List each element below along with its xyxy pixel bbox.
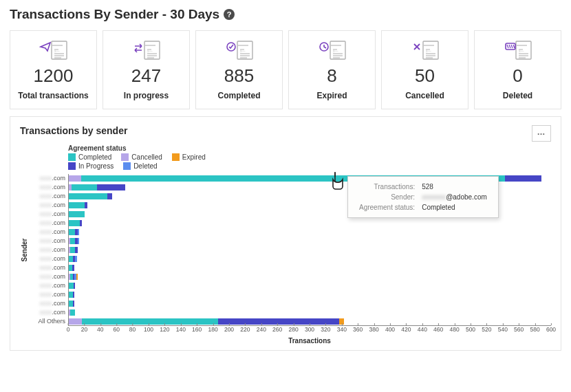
bar-segment-in-progress[interactable] bbox=[505, 175, 541, 182]
y-category: xxxx.com bbox=[30, 210, 68, 219]
bar-segment-completed[interactable] bbox=[69, 193, 107, 199]
y-categories: xxxx.comxxxx.comxxxx.comxxxx.comxxxx.com… bbox=[30, 174, 68, 326]
bar-segment-completed[interactable] bbox=[69, 229, 75, 235]
legend-item-expired[interactable]: Expired bbox=[172, 153, 206, 161]
bar-row[interactable] bbox=[69, 228, 551, 237]
x-tick: 600 bbox=[546, 326, 556, 333]
panel-more-button[interactable]: … bbox=[532, 125, 551, 142]
card-total-transactions[interactable]: x—1200Total transactions bbox=[10, 30, 97, 109]
card-expired[interactable]: x—8Expired bbox=[288, 30, 376, 109]
legend-item-in-progress[interactable]: In Progress bbox=[68, 162, 114, 170]
x-tick: 0 bbox=[67, 326, 70, 333]
bar-segment-in-progress[interactable] bbox=[80, 220, 81, 226]
bar-segment-completed[interactable] bbox=[82, 318, 219, 325]
x-tick: 200 bbox=[224, 326, 234, 333]
bar-segment-cancelled[interactable] bbox=[69, 318, 82, 325]
y-axis-label: Sender bbox=[20, 174, 30, 326]
svg-text:x—: x— bbox=[519, 49, 524, 53]
expired-icon: x— bbox=[316, 38, 348, 61]
bar-segment-completed[interactable] bbox=[70, 309, 75, 316]
x-tick: 380 bbox=[369, 326, 379, 333]
bar-segment-completed[interactable] bbox=[69, 211, 85, 217]
x-tick: 500 bbox=[466, 326, 475, 333]
legend-item-cancelled[interactable]: Cancelled bbox=[121, 153, 162, 161]
bar-row[interactable] bbox=[69, 272, 551, 281]
bar-row[interactable] bbox=[69, 308, 551, 317]
bar-segment-completed[interactable] bbox=[69, 202, 85, 208]
bar-segment-in-progress[interactable] bbox=[85, 202, 87, 208]
card-label: Expired bbox=[316, 91, 347, 100]
legend-item-deleted[interactable]: Deleted bbox=[123, 162, 157, 170]
svg-text:x—: x— bbox=[54, 49, 60, 53]
card-label: Deleted bbox=[503, 91, 532, 100]
bar-segment-deleted[interactable] bbox=[78, 229, 79, 235]
bar-row[interactable] bbox=[69, 254, 551, 263]
legend: Agreement status CompletedCancelledExpir… bbox=[68, 144, 551, 170]
x-tick: 460 bbox=[433, 326, 443, 333]
bar-segment-deleted[interactable] bbox=[78, 238, 79, 244]
card-value: 247 bbox=[131, 65, 161, 87]
x-tick: 160 bbox=[192, 326, 202, 333]
summary-cards: x—1200Total transactionsx—247In progress… bbox=[10, 30, 561, 109]
legend-items: CompletedCancelledExpiredIn ProgressDele… bbox=[68, 153, 551, 170]
chart-panel: Transactions by sender … Agreement statu… bbox=[10, 116, 561, 351]
bar-row[interactable] bbox=[69, 263, 551, 272]
card-cancelled[interactable]: x—50Cancelled bbox=[381, 30, 468, 109]
bar-segment-deleted[interactable] bbox=[75, 256, 76, 262]
bar-segment-completed[interactable] bbox=[72, 184, 97, 190]
bar-segment-cancelled[interactable] bbox=[69, 175, 81, 182]
x-tick: 80 bbox=[129, 326, 136, 333]
x-tick: 240 bbox=[257, 326, 266, 333]
bar-segment-in-progress[interactable] bbox=[72, 265, 75, 271]
legend-swatch bbox=[172, 153, 180, 161]
bar-segment-completed[interactable] bbox=[70, 238, 75, 244]
completed-icon: x— bbox=[224, 38, 255, 61]
x-tick: 560 bbox=[514, 326, 524, 333]
y-category: xxxx.com bbox=[30, 228, 68, 237]
bar-row[interactable] bbox=[69, 219, 551, 228]
bar-segment-completed[interactable] bbox=[69, 283, 74, 289]
bar-segment-in-progress[interactable] bbox=[107, 193, 112, 199]
card-completed[interactable]: x—885Completed bbox=[195, 30, 283, 109]
x-tick: 440 bbox=[418, 326, 427, 333]
y-category: xxxx.com bbox=[30, 192, 68, 201]
y-category: xxxx.com bbox=[30, 201, 68, 210]
card-label: Cancelled bbox=[405, 91, 444, 100]
x-tick: 140 bbox=[176, 326, 186, 333]
help-icon[interactable]: ? bbox=[224, 9, 235, 20]
x-tick: 520 bbox=[482, 326, 491, 333]
bar-row[interactable] bbox=[69, 237, 551, 246]
bar-segment-expired[interactable] bbox=[76, 274, 78, 280]
x-tick: 420 bbox=[401, 326, 411, 333]
x-axis: 0204060801001201401601802002202402602803… bbox=[68, 326, 551, 336]
bar-segment-completed[interactable] bbox=[70, 247, 75, 253]
x-tick: 260 bbox=[272, 326, 282, 333]
bar-row[interactable] bbox=[69, 281, 551, 290]
card-label: In progress bbox=[124, 91, 169, 100]
plot-area: Transactions:528 Sender:xxxxxxx@adobe.co… bbox=[68, 174, 551, 326]
bar-segment-in-progress[interactable] bbox=[73, 292, 74, 298]
bar-row[interactable] bbox=[69, 299, 551, 308]
card-deleted[interactable]: x—0Deleted bbox=[474, 30, 561, 109]
bar-segment-completed[interactable] bbox=[69, 220, 80, 226]
x-tick: 400 bbox=[385, 326, 395, 333]
legend-title: Agreement status bbox=[68, 144, 551, 152]
bar-row[interactable] bbox=[69, 290, 551, 299]
card-in-progress[interactable]: x—247In progress bbox=[103, 30, 190, 109]
bar-segment-in-progress[interactable] bbox=[73, 301, 74, 307]
bar-segment-in-progress[interactable] bbox=[97, 184, 125, 190]
y-category: xxxx.com bbox=[30, 272, 68, 281]
bar-segment-in-progress[interactable] bbox=[75, 247, 78, 253]
x-tick: 300 bbox=[305, 326, 314, 333]
bar-segment-in-progress[interactable] bbox=[74, 283, 75, 289]
y-category: xxxx.com bbox=[30, 281, 68, 290]
legend-item-completed[interactable]: Completed bbox=[68, 153, 111, 161]
bar-segment-in-progress[interactable] bbox=[218, 318, 338, 325]
bar-row[interactable] bbox=[69, 246, 551, 254]
x-tick: 120 bbox=[160, 326, 169, 333]
x-tick: 60 bbox=[113, 326, 119, 333]
y-category: All Others bbox=[30, 317, 68, 326]
page-title: Transactions By Sender - 30 Days ? bbox=[10, 7, 561, 22]
svg-text:x—: x— bbox=[333, 49, 338, 53]
card-value: 885 bbox=[224, 65, 254, 87]
